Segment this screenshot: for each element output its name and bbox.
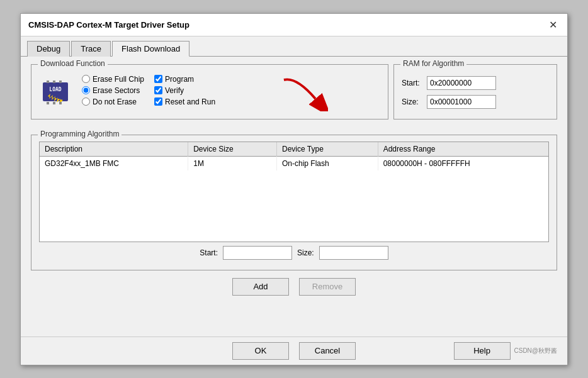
add-button[interactable]: Add xyxy=(232,278,289,296)
alg-size-input[interactable] xyxy=(319,246,388,260)
alg-start-label: Start: xyxy=(200,248,218,257)
check-program[interactable]: Program xyxy=(154,75,215,84)
bottom-right: Help CSDN@秋野酱 xyxy=(356,342,557,360)
ram-size-input[interactable] xyxy=(427,95,496,109)
col-device-size: Device Size xyxy=(188,142,277,157)
check-reset-run[interactable]: Reset and Run xyxy=(154,97,215,106)
col-device-type: Device Type xyxy=(277,142,378,157)
radio-group: Erase Full Chip Erase Sectors Do not Era… xyxy=(82,75,144,106)
do-not-erase-label: Do not Erase xyxy=(93,97,137,106)
ok-button[interactable]: OK xyxy=(232,342,289,360)
table-header-row: Description Device Size Device Type Addr… xyxy=(40,142,548,157)
load-icon: LOAD xyxy=(39,76,72,109)
svg-rect-8 xyxy=(59,102,62,104)
watermark: CSDN@秋野酱 xyxy=(514,347,558,355)
programming-algorithm-group: Programming Algorithm Description Device… xyxy=(31,135,557,270)
svg-rect-3 xyxy=(47,81,49,83)
arrow-area xyxy=(225,74,380,111)
help-button[interactable]: Help xyxy=(454,342,511,360)
ram-section: Start: Size: xyxy=(402,71,549,109)
alg-start-size-row: Start: Size: xyxy=(39,242,549,262)
check-verify[interactable]: Verify xyxy=(154,86,215,95)
ram-for-algorithm-group: RAM for Algorithm Start: Size: xyxy=(393,64,557,120)
tab-bar: Debug Trace Flash Download xyxy=(21,36,567,57)
alg-start-input[interactable] xyxy=(223,246,292,260)
erase-sectors-label: Erase Sectors xyxy=(93,86,140,95)
radio-erase-full-chip[interactable]: Erase Full Chip xyxy=(82,75,144,84)
algorithm-table-container: Description Device Size Device Type Addr… xyxy=(39,142,549,242)
tab-debug[interactable]: Debug xyxy=(27,41,70,57)
download-function-group: Download Function LOAD xyxy=(31,64,388,120)
program-label: Program xyxy=(165,75,194,84)
verify-label: Verify xyxy=(165,86,184,95)
radio-do-not-erase[interactable]: Do not Erase xyxy=(82,97,144,106)
ram-start-row: Start: xyxy=(402,76,549,90)
cancel-button[interactable]: Cancel xyxy=(299,342,356,360)
svg-rect-7 xyxy=(53,102,55,104)
download-row: LOAD xyxy=(39,71,380,111)
svg-rect-5 xyxy=(59,81,62,83)
tab-flash-download[interactable]: Flash Download xyxy=(112,41,189,57)
add-remove-row: Add Remove xyxy=(31,278,557,296)
ram-start-label: Start: xyxy=(402,79,422,87)
cell-device-size: 1M xyxy=(188,156,277,170)
ram-size-label: Size: xyxy=(402,97,422,106)
ram-start-input[interactable] xyxy=(427,76,496,90)
cell-address-range: 08000000H - 080FFFFFH xyxy=(378,156,548,170)
erase-full-chip-label: Erase Full Chip xyxy=(93,75,144,84)
prog-alg-label: Programming Algorithm xyxy=(38,130,122,138)
red-arrow-icon xyxy=(278,74,328,111)
col-address-range: Address Range xyxy=(378,142,548,157)
top-section: Download Function LOAD xyxy=(31,64,557,127)
svg-rect-6 xyxy=(47,102,49,104)
dialog-window: CMSIS-DAP Cortex-M Target Driver Setup ✕… xyxy=(20,13,568,365)
close-button[interactable]: ✕ xyxy=(546,19,560,31)
download-function-label: Download Function xyxy=(38,59,108,68)
tab-trace[interactable]: Trace xyxy=(71,41,111,57)
remove-button[interactable]: Remove xyxy=(299,278,356,296)
ram-group-label: RAM for Algorithm xyxy=(400,59,466,68)
radio-erase-sectors[interactable]: Erase Sectors xyxy=(82,86,144,95)
reset-run-label: Reset and Run xyxy=(165,97,215,106)
dialog-title: CMSIS-DAP Cortex-M Target Driver Setup xyxy=(28,20,189,30)
cell-device-type: On-chip Flash xyxy=(277,156,378,170)
col-description: Description xyxy=(40,142,188,157)
title-bar: CMSIS-DAP Cortex-M Target Driver Setup ✕ xyxy=(21,14,567,36)
svg-text:LOAD: LOAD xyxy=(49,87,61,92)
bottom-center-buttons: OK Cancel xyxy=(232,342,356,360)
svg-rect-4 xyxy=(53,81,55,83)
main-content: Download Function LOAD xyxy=(21,57,567,336)
cell-description: GD32F4xx_1MB FMC xyxy=(40,156,188,170)
alg-size-label: Size: xyxy=(297,248,314,257)
table-row[interactable]: GD32F4xx_1MB FMC 1M On-chip Flash 080000… xyxy=(40,156,548,170)
ram-size-row: Size: xyxy=(402,95,549,109)
algorithm-table: Description Device Size Device Type Addr… xyxy=(40,142,548,221)
bottom-bar: OK Cancel Help CSDN@秋野酱 xyxy=(21,336,567,365)
check-group: Program Verify Reset and Run xyxy=(154,75,215,106)
